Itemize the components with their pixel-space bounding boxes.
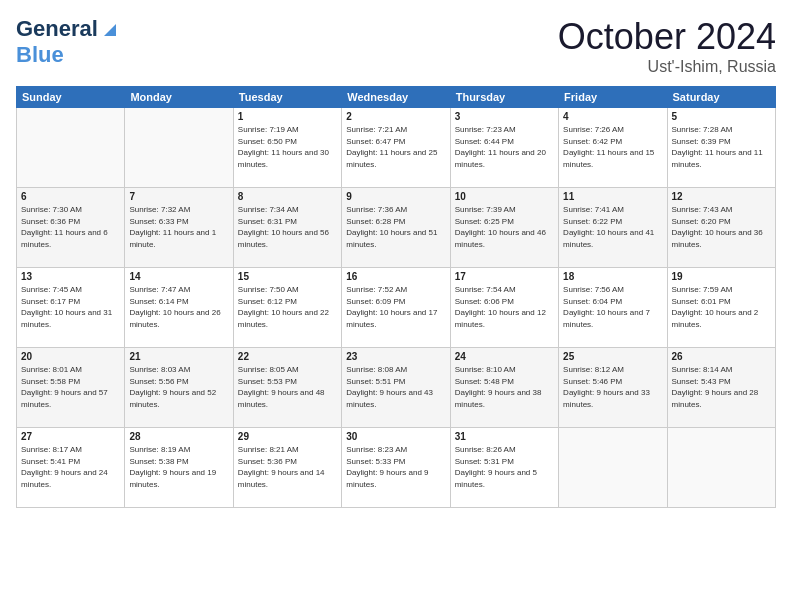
day-info: Sunrise: 7:19 AMSunset: 6:50 PMDaylight:… — [238, 124, 337, 170]
day-number: 11 — [563, 191, 662, 202]
day-number: 27 — [21, 431, 120, 442]
calendar-cell: 9Sunrise: 7:36 AMSunset: 6:28 PMDaylight… — [342, 188, 450, 268]
calendar-cell: 26Sunrise: 8:14 AMSunset: 5:43 PMDayligh… — [667, 348, 775, 428]
calendar-cell: 27Sunrise: 8:17 AMSunset: 5:41 PMDayligh… — [17, 428, 125, 508]
calendar-cell: 28Sunrise: 8:19 AMSunset: 5:38 PMDayligh… — [125, 428, 233, 508]
day-number: 18 — [563, 271, 662, 282]
title-month: October 2024 — [558, 16, 776, 58]
day-info: Sunrise: 7:41 AMSunset: 6:22 PMDaylight:… — [563, 204, 662, 250]
day-number: 29 — [238, 431, 337, 442]
calendar-cell: 25Sunrise: 8:12 AMSunset: 5:46 PMDayligh… — [559, 348, 667, 428]
day-info: Sunrise: 8:03 AMSunset: 5:56 PMDaylight:… — [129, 364, 228, 410]
day-number: 30 — [346, 431, 445, 442]
day-number: 14 — [129, 271, 228, 282]
day-number: 24 — [455, 351, 554, 362]
day-number: 26 — [672, 351, 771, 362]
day-info: Sunrise: 7:50 AMSunset: 6:12 PMDaylight:… — [238, 284, 337, 330]
day-info: Sunrise: 8:01 AMSunset: 5:58 PMDaylight:… — [21, 364, 120, 410]
day-info: Sunrise: 7:26 AMSunset: 6:42 PMDaylight:… — [563, 124, 662, 170]
header: General Blue October 2024 Ust'-Ishim, Ru… — [16, 16, 776, 76]
calendar-cell: 23Sunrise: 8:08 AMSunset: 5:51 PMDayligh… — [342, 348, 450, 428]
calendar-cell: 16Sunrise: 7:52 AMSunset: 6:09 PMDayligh… — [342, 268, 450, 348]
day-number: 17 — [455, 271, 554, 282]
day-number: 3 — [455, 111, 554, 122]
day-info: Sunrise: 8:19 AMSunset: 5:38 PMDaylight:… — [129, 444, 228, 490]
day-number: 12 — [672, 191, 771, 202]
day-number: 31 — [455, 431, 554, 442]
calendar-cell: 8Sunrise: 7:34 AMSunset: 6:31 PMDaylight… — [233, 188, 341, 268]
week-row-3: 13Sunrise: 7:45 AMSunset: 6:17 PMDayligh… — [17, 268, 776, 348]
calendar-cell: 18Sunrise: 7:56 AMSunset: 6:04 PMDayligh… — [559, 268, 667, 348]
day-info: Sunrise: 8:12 AMSunset: 5:46 PMDaylight:… — [563, 364, 662, 410]
title-location: Ust'-Ishim, Russia — [558, 58, 776, 76]
calendar-cell — [559, 428, 667, 508]
day-info: Sunrise: 8:23 AMSunset: 5:33 PMDaylight:… — [346, 444, 445, 490]
day-number: 5 — [672, 111, 771, 122]
day-info: Sunrise: 7:43 AMSunset: 6:20 PMDaylight:… — [672, 204, 771, 250]
day-info: Sunrise: 8:10 AMSunset: 5:48 PMDaylight:… — [455, 364, 554, 410]
calendar-cell: 15Sunrise: 7:50 AMSunset: 6:12 PMDayligh… — [233, 268, 341, 348]
calendar-cell: 10Sunrise: 7:39 AMSunset: 6:25 PMDayligh… — [450, 188, 558, 268]
calendar-cell: 19Sunrise: 7:59 AMSunset: 6:01 PMDayligh… — [667, 268, 775, 348]
day-number: 22 — [238, 351, 337, 362]
calendar-cell: 3Sunrise: 7:23 AMSunset: 6:44 PMDaylight… — [450, 108, 558, 188]
day-number: 15 — [238, 271, 337, 282]
week-row-4: 20Sunrise: 8:01 AMSunset: 5:58 PMDayligh… — [17, 348, 776, 428]
day-number: 1 — [238, 111, 337, 122]
day-info: Sunrise: 7:45 AMSunset: 6:17 PMDaylight:… — [21, 284, 120, 330]
day-info: Sunrise: 7:54 AMSunset: 6:06 PMDaylight:… — [455, 284, 554, 330]
day-info: Sunrise: 8:21 AMSunset: 5:36 PMDaylight:… — [238, 444, 337, 490]
calendar-cell: 20Sunrise: 8:01 AMSunset: 5:58 PMDayligh… — [17, 348, 125, 428]
col-thursday: Thursday — [450, 87, 558, 108]
day-number: 7 — [129, 191, 228, 202]
calendar-cell: 14Sunrise: 7:47 AMSunset: 6:14 PMDayligh… — [125, 268, 233, 348]
calendar-cell: 21Sunrise: 8:03 AMSunset: 5:56 PMDayligh… — [125, 348, 233, 428]
day-number: 2 — [346, 111, 445, 122]
calendar-cell: 29Sunrise: 8:21 AMSunset: 5:36 PMDayligh… — [233, 428, 341, 508]
day-number: 16 — [346, 271, 445, 282]
day-info: Sunrise: 7:39 AMSunset: 6:25 PMDaylight:… — [455, 204, 554, 250]
day-info: Sunrise: 7:28 AMSunset: 6:39 PMDaylight:… — [672, 124, 771, 170]
calendar-cell: 12Sunrise: 7:43 AMSunset: 6:20 PMDayligh… — [667, 188, 775, 268]
calendar-cell: 17Sunrise: 7:54 AMSunset: 6:06 PMDayligh… — [450, 268, 558, 348]
week-row-2: 6Sunrise: 7:30 AMSunset: 6:36 PMDaylight… — [17, 188, 776, 268]
calendar-table: Sunday Monday Tuesday Wednesday Thursday… — [16, 86, 776, 508]
day-number: 10 — [455, 191, 554, 202]
col-monday: Monday — [125, 87, 233, 108]
calendar-cell — [667, 428, 775, 508]
day-info: Sunrise: 8:26 AMSunset: 5:31 PMDaylight:… — [455, 444, 554, 490]
day-info: Sunrise: 8:08 AMSunset: 5:51 PMDaylight:… — [346, 364, 445, 410]
day-info: Sunrise: 7:32 AMSunset: 6:33 PMDaylight:… — [129, 204, 228, 250]
day-info: Sunrise: 7:23 AMSunset: 6:44 PMDaylight:… — [455, 124, 554, 170]
logo-blue: Blue — [16, 42, 64, 67]
day-number: 19 — [672, 271, 771, 282]
week-row-5: 27Sunrise: 8:17 AMSunset: 5:41 PMDayligh… — [17, 428, 776, 508]
calendar-cell: 11Sunrise: 7:41 AMSunset: 6:22 PMDayligh… — [559, 188, 667, 268]
logo-arrow-shape — [104, 24, 116, 36]
day-number: 8 — [238, 191, 337, 202]
day-info: Sunrise: 7:59 AMSunset: 6:01 PMDaylight:… — [672, 284, 771, 330]
col-tuesday: Tuesday — [233, 87, 341, 108]
day-info: Sunrise: 8:17 AMSunset: 5:41 PMDaylight:… — [21, 444, 120, 490]
day-info: Sunrise: 7:30 AMSunset: 6:36 PMDaylight:… — [21, 204, 120, 250]
col-friday: Friday — [559, 87, 667, 108]
calendar-cell: 5Sunrise: 7:28 AMSunset: 6:39 PMDaylight… — [667, 108, 775, 188]
page: General Blue October 2024 Ust'-Ishim, Ru… — [0, 0, 792, 612]
week-row-1: 1Sunrise: 7:19 AMSunset: 6:50 PMDaylight… — [17, 108, 776, 188]
calendar-cell — [17, 108, 125, 188]
calendar-cell: 2Sunrise: 7:21 AMSunset: 6:47 PMDaylight… — [342, 108, 450, 188]
day-number: 21 — [129, 351, 228, 362]
calendar-cell: 7Sunrise: 7:32 AMSunset: 6:33 PMDaylight… — [125, 188, 233, 268]
logo-general: General — [16, 16, 98, 41]
day-info: Sunrise: 7:56 AMSunset: 6:04 PMDaylight:… — [563, 284, 662, 330]
calendar-cell: 13Sunrise: 7:45 AMSunset: 6:17 PMDayligh… — [17, 268, 125, 348]
calendar-cell: 6Sunrise: 7:30 AMSunset: 6:36 PMDaylight… — [17, 188, 125, 268]
day-number: 23 — [346, 351, 445, 362]
day-number: 13 — [21, 271, 120, 282]
calendar-cell: 1Sunrise: 7:19 AMSunset: 6:50 PMDaylight… — [233, 108, 341, 188]
day-info: Sunrise: 7:21 AMSunset: 6:47 PMDaylight:… — [346, 124, 445, 170]
day-info: Sunrise: 7:52 AMSunset: 6:09 PMDaylight:… — [346, 284, 445, 330]
day-info: Sunrise: 8:05 AMSunset: 5:53 PMDaylight:… — [238, 364, 337, 410]
title-block: October 2024 Ust'-Ishim, Russia — [558, 16, 776, 76]
header-row: Sunday Monday Tuesday Wednesday Thursday… — [17, 87, 776, 108]
